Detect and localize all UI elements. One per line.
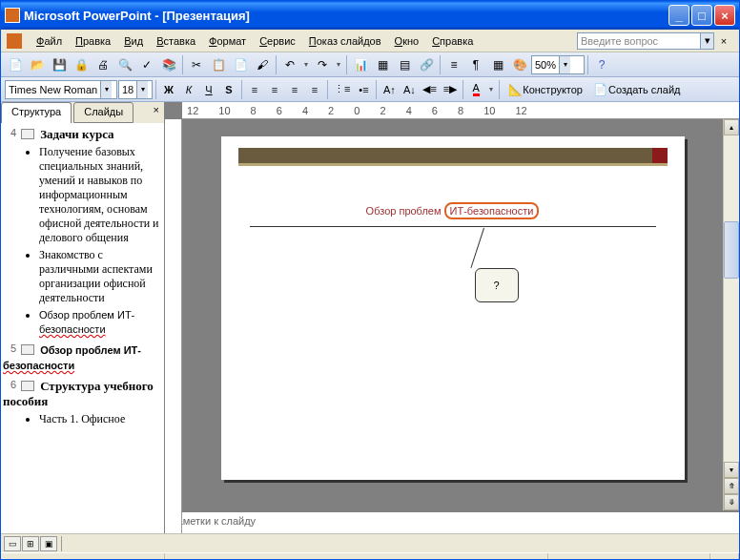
close-button[interactable]: × xyxy=(714,5,735,26)
help-button[interactable]: ? xyxy=(591,54,612,75)
undo-button[interactable]: ↶ xyxy=(279,54,300,75)
menu-tools[interactable]: Сервис xyxy=(253,33,302,49)
standard-toolbar: 📄 📂 💾 🔒 🖨 🔍 ✓ 📚 ✂ 📋 📄 🖌 ↶▾ ↷▾ 📊 ▦ ▤ 🔗 ≡ … xyxy=(1,52,739,77)
slide-icon xyxy=(21,344,34,355)
prev-slide-button[interactable]: ⤊ xyxy=(724,478,739,494)
outline-bullet[interactable]: Обзор проблем ИТ-безопасности xyxy=(39,308,162,337)
menu-help[interactable]: Справка xyxy=(425,33,480,49)
status-spell-icon[interactable]: 📖 xyxy=(710,553,739,560)
expand-button[interactable]: ≡ xyxy=(443,54,464,75)
numbering-button[interactable]: ⋮≡ xyxy=(331,79,353,100)
cut-button[interactable]: ✂ xyxy=(186,54,207,75)
outline-slide-4[interactable]: 4 Задачи курса Получение базовых специал… xyxy=(3,127,162,337)
slideshow-view-button[interactable]: ▣ xyxy=(40,536,57,551)
menu-format[interactable]: Формат xyxy=(202,33,253,49)
permission-button[interactable]: 🔒 xyxy=(71,54,92,75)
title-underline xyxy=(250,226,656,227)
font-size: 18 xyxy=(122,84,134,95)
font-combo[interactable]: Times New Roman▾ xyxy=(5,80,117,99)
font-color-dropdown[interactable]: ▾ xyxy=(486,85,496,93)
slide-icon xyxy=(21,129,34,139)
show-formatting-button[interactable]: ¶ xyxy=(465,54,486,75)
table-button[interactable]: ▦ xyxy=(372,54,393,75)
menu-view[interactable]: Вид xyxy=(117,33,150,49)
slide-icon xyxy=(21,381,34,391)
preview-button[interactable]: 🔍 xyxy=(114,54,135,75)
menu-bar: Файл Правка Вид Вставка Формат Сервис По… xyxy=(1,30,739,52)
hyperlink-button[interactable]: 🔗 xyxy=(416,54,437,75)
copy-button[interactable]: 📋 xyxy=(208,54,229,75)
grid-button[interactable]: ▦ xyxy=(487,54,508,75)
powerpoint-icon[interactable] xyxy=(7,33,22,49)
horizontal-ruler[interactable]: 12 10 8 6 4 2 0 2 4 6 8 10 12 xyxy=(182,102,739,119)
increase-indent-button[interactable]: ≡▶ xyxy=(441,79,460,100)
vertical-scrollbar[interactable]: ▴ ▾ ⤊ ⤋ xyxy=(723,119,739,510)
align-center-button[interactable]: ≡ xyxy=(265,79,284,100)
underline-button[interactable]: Ч xyxy=(199,79,218,100)
outline-bullet[interactable]: Получение базовых специальных знаний, ум… xyxy=(39,145,162,245)
print-button[interactable]: 🖨 xyxy=(92,54,113,75)
format-painter-button[interactable]: 🖌 xyxy=(252,54,273,75)
shadow-button[interactable]: S xyxy=(219,79,238,100)
menu-slideshow[interactable]: Показ слайдов xyxy=(302,33,388,49)
ask-dropdown[interactable]: ▾ xyxy=(701,32,714,50)
tables-borders-button[interactable]: ▤ xyxy=(394,54,415,75)
highlighted-text: ИТ-безопасности xyxy=(444,202,540,219)
status-template: Квадрант xyxy=(165,553,548,560)
fontsize-combo[interactable]: 18▾ xyxy=(118,80,153,99)
new-button[interactable]: 📄 xyxy=(5,54,26,75)
bold-button[interactable]: Ж xyxy=(159,79,178,100)
spelling-button[interactable]: ✓ xyxy=(136,54,157,75)
bullets-button[interactable]: •≡ xyxy=(354,79,373,100)
slide-editor: 12 10 8 6 4 2 0 2 4 6 8 10 12 Обзор проб… xyxy=(165,102,739,533)
menu-window[interactable]: Окно xyxy=(388,33,426,49)
justify-button[interactable]: ≡ xyxy=(305,79,324,100)
undo-dropdown[interactable]: ▾ xyxy=(301,60,311,69)
notes-pane[interactable]: Заметки к слайду xyxy=(165,510,739,533)
slide[interactable]: Обзор проблем ИТ-безопасности ? xyxy=(221,136,685,480)
paste-button[interactable]: 📄 xyxy=(230,54,251,75)
scroll-up-button[interactable]: ▴ xyxy=(724,119,739,135)
vertical-ruler[interactable] xyxy=(165,119,182,533)
new-slide-button[interactable]: 📄Создать слайд xyxy=(588,79,685,100)
redo-dropdown[interactable]: ▾ xyxy=(334,60,343,69)
normal-view-button[interactable]: ▭ xyxy=(4,536,21,551)
outline-bullet[interactable]: Знакомство с различными аспектами органи… xyxy=(39,248,162,305)
slide-title[interactable]: Обзор проблем ИТ-безопасности xyxy=(250,196,656,220)
designer-button[interactable]: 📐Конструктор xyxy=(503,79,587,100)
callout-box[interactable]: ? xyxy=(475,268,519,302)
scroll-down-button[interactable]: ▾ xyxy=(724,462,739,478)
redo-button[interactable]: ↷ xyxy=(312,54,333,75)
font-color-button[interactable]: A xyxy=(466,79,485,100)
menu-insert[interactable]: Вставка xyxy=(150,33,202,49)
save-button[interactable]: 💾 xyxy=(49,54,70,75)
slide-canvas[interactable]: Обзор проблем ИТ-безопасности ? xyxy=(182,119,723,510)
tab-slides[interactable]: Слайды xyxy=(73,102,134,123)
decrease-font-button[interactable]: A↓ xyxy=(400,79,419,100)
minimize-button[interactable]: _ xyxy=(668,5,689,26)
menu-edit[interactable]: Правка xyxy=(69,33,117,49)
align-right-button[interactable]: ≡ xyxy=(285,79,304,100)
research-button[interactable]: 📚 xyxy=(158,54,179,75)
sorter-view-button[interactable]: ⊞ xyxy=(22,536,39,551)
increase-font-button[interactable]: A↑ xyxy=(380,79,399,100)
open-button[interactable]: 📂 xyxy=(27,54,48,75)
chart-button[interactable]: 📊 xyxy=(350,54,371,75)
italic-button[interactable]: К xyxy=(179,79,198,100)
pane-close-button[interactable]: × xyxy=(149,102,164,123)
tab-structure[interactable]: Структура xyxy=(1,102,72,123)
status-bar: Слайд 5 из 21 Квадрант русский (Россия) … xyxy=(1,552,739,560)
color-button[interactable]: 🎨 xyxy=(509,54,530,75)
outline-slide-5[interactable]: 5 Обзор проблем ИТ-безопасности xyxy=(3,342,162,373)
outline-slide-6[interactable]: 6 Структура учебного пособия Часть 1. Оф… xyxy=(3,379,162,426)
ask-question-input[interactable] xyxy=(577,32,701,50)
decrease-indent-button[interactable]: ◀≡ xyxy=(420,79,439,100)
next-slide-button[interactable]: ⤋ xyxy=(724,494,739,510)
outline-bullet[interactable]: Часть 1. Офисное xyxy=(39,412,162,426)
slide-decor-bar xyxy=(238,148,668,163)
zoom-combo[interactable]: 50%▾ xyxy=(531,55,585,74)
align-left-button[interactable]: ≡ xyxy=(245,79,264,100)
scroll-thumb[interactable] xyxy=(724,221,739,279)
menu-file[interactable]: Файл xyxy=(30,33,69,49)
maximize-button[interactable]: □ xyxy=(691,5,712,26)
